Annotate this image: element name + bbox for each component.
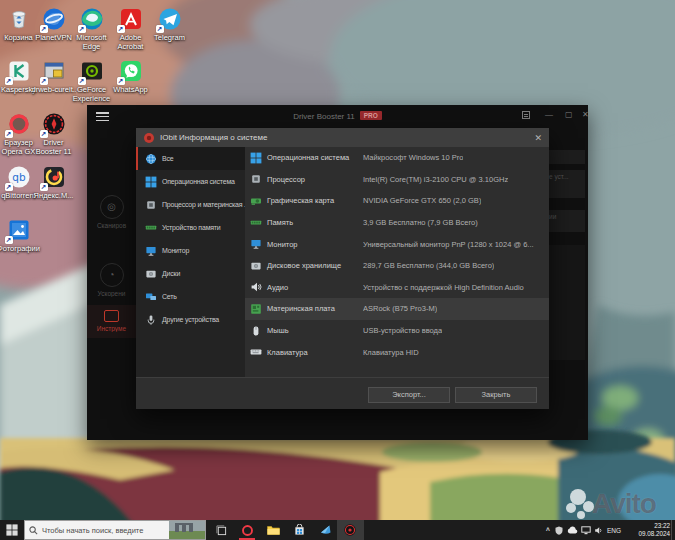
blue-app-icon xyxy=(319,524,332,536)
monitor-icon xyxy=(250,238,262,250)
shortcut-arrow-icon: ↗ xyxy=(40,183,48,191)
ram-icon xyxy=(145,222,157,234)
yandex-music-icon: ↗ xyxy=(41,164,67,190)
tray-date: 09.08.2024 xyxy=(626,530,670,538)
info-row-memory[interactable]: Память 3,9 GB Бесплатно (7,9 GB Всего) xyxy=(245,212,549,234)
dialog-titlebar[interactable]: IObit Информация о системе ✕ xyxy=(136,128,549,147)
dialog-close-icon[interactable]: ✕ xyxy=(534,133,542,143)
sidebar-item-disks[interactable]: Диски xyxy=(136,262,245,285)
acrobat-icon: ↗ xyxy=(118,6,144,32)
info-row-cpu[interactable]: Процессор Intel(R) Core(TM) i3-2100 CPU … xyxy=(245,169,549,191)
shield-icon xyxy=(555,526,563,535)
motherboard-icon xyxy=(250,303,262,315)
taskbar-opera-gx[interactable] xyxy=(236,520,258,540)
nav-tools[interactable]: Инструме xyxy=(87,305,136,338)
desktop-icon-edge[interactable]: ↗ Microsoft Edge xyxy=(73,6,110,51)
opera-gx-icon: ↗ xyxy=(6,111,32,137)
network-icon xyxy=(145,291,157,303)
nav-boost[interactable]: ◔ Ускорени xyxy=(87,263,136,297)
show-desktop-button[interactable] xyxy=(671,520,672,540)
window-titlebar[interactable]: Driver Booster 11PRO — ▢ ✕ xyxy=(87,105,588,128)
monitor-icon xyxy=(145,245,157,257)
drweb-icon: ↗ xyxy=(41,58,67,84)
taskbar-ms-store[interactable] xyxy=(288,520,310,540)
minimize-icon[interactable]: — xyxy=(545,110,553,120)
disk-icon xyxy=(145,268,157,280)
info-row-monitor[interactable]: Монитор Универсальный монитор PnP (1280 … xyxy=(245,233,549,255)
sidebar-item-cpu-motherboard[interactable]: Процессор и материнская ... xyxy=(136,193,245,216)
info-row-motherboard[interactable]: Материнская плата ASRock (B75 Pro3-M) xyxy=(245,298,549,320)
system-info-dialog: IObit Информация о системе ✕ Все Операци… xyxy=(136,128,549,409)
tray-clock[interactable]: 23:22 09.08.2024 xyxy=(626,522,670,538)
desktop-icon-drweb[interactable]: ↗ drweb-cureit... xyxy=(35,58,72,95)
shortcut-arrow-icon: ↗ xyxy=(40,77,48,85)
close-window-icon[interactable]: ✕ xyxy=(582,110,589,120)
info-row-storage[interactable]: Дисковое хранилище 289,7 GB Бесплатно (3… xyxy=(245,255,549,277)
mic-icon xyxy=(145,314,157,326)
start-button[interactable] xyxy=(3,520,21,540)
shortcut-arrow-icon: ↗ xyxy=(5,130,13,138)
desktop-icon-label: Telegram xyxy=(148,34,192,43)
background-panel: ии xyxy=(547,210,585,232)
desktop-icon-photos[interactable]: ↗ Фотографии xyxy=(0,217,37,254)
recycle-bin-icon xyxy=(6,6,32,32)
windows-icon xyxy=(250,152,262,164)
sidebar-item-other-devices[interactable]: Другие устройства xyxy=(136,308,245,331)
shortcut-arrow-icon: ↗ xyxy=(78,25,86,33)
window-menu-icon[interactable] xyxy=(522,111,530,119)
dialog-title: IObit Информация о системе xyxy=(160,133,267,142)
desktop-icon-yandex-music[interactable]: ↗ Яндекс.М... xyxy=(35,164,72,201)
sidebar-item-all[interactable]: Все xyxy=(136,147,245,170)
tray-weather-icon[interactable] xyxy=(565,520,579,540)
taskbar-blue-app[interactable] xyxy=(314,520,336,540)
task-view-button[interactable] xyxy=(211,520,231,540)
desktop-icon-label: Driver Booster 11 xyxy=(32,139,76,156)
shortcut-arrow-icon: ↗ xyxy=(78,77,86,85)
nav-scan[interactable]: ◎ Сканиров xyxy=(87,195,136,229)
taskbar-search[interactable]: Чтобы начать поиск, введите xyxy=(24,520,206,540)
export-button[interactable]: Экспорт... xyxy=(368,387,450,403)
taskbar-driver-booster-active[interactable] xyxy=(337,520,364,540)
sidebar-item-memory[interactable]: Устройство памяти xyxy=(136,216,245,239)
shortcut-arrow-icon: ↗ xyxy=(117,25,125,33)
desktop-icon-whatsapp[interactable]: ↗ WhatsApp xyxy=(112,58,149,95)
info-row-mouse[interactable]: Мышь USB-устройство ввода xyxy=(245,320,549,342)
keyboard-icon xyxy=(250,346,262,358)
desktop-icon-driver-booster[interactable]: ↗ Driver Booster 11 xyxy=(35,111,72,156)
tray-network-icon[interactable] xyxy=(579,520,593,540)
desktop-icon-label: GeForce Experience xyxy=(70,86,114,103)
desktop-icon-acrobat[interactable]: ↗ Adobe Acrobat xyxy=(112,6,149,51)
info-row-os[interactable]: Операционная система Майкрософт Windows … xyxy=(245,147,549,169)
desktop-icon-telegram[interactable]: ↗ Telegram xyxy=(151,6,188,43)
desktop-icon-geforce[interactable]: ↗ GeForce Experience xyxy=(73,58,110,103)
svg-text:qb: qb xyxy=(12,171,26,183)
task-view-icon xyxy=(216,525,227,536)
info-row-audio[interactable]: Аудио Устройство с поддержкой High Defin… xyxy=(245,277,549,299)
iobit-logo-icon xyxy=(143,132,155,144)
sidebar-item-monitor[interactable]: Монитор xyxy=(136,239,245,262)
geforce-icon: ↗ xyxy=(79,58,105,84)
sidebar-item-network[interactable]: Сеть xyxy=(136,285,245,308)
maximize-icon[interactable]: ▢ xyxy=(565,110,573,120)
globe-icon xyxy=(145,153,157,165)
driver-booster-icon xyxy=(343,523,357,537)
kaspersky-icon: ↗ xyxy=(6,58,32,84)
taskbar: Чтобы начать поиск, введите ^ xyxy=(0,520,675,540)
info-row-keyboard[interactable]: Клавиатура Клавиатура HID xyxy=(245,341,549,363)
disk-icon xyxy=(250,260,262,272)
network-monitor-icon xyxy=(581,526,591,535)
tray-security-icon[interactable] xyxy=(553,520,565,540)
taskbar-file-explorer[interactable] xyxy=(262,520,284,540)
desktop-icon-planetvpn[interactable]: ↗ PlanetVPN xyxy=(35,6,72,43)
info-row-gpu[interactable]: Графическая карта NVIDIA GeForce GTX 650… xyxy=(245,190,549,212)
sidebar-item-os[interactable]: Операционная система xyxy=(136,170,245,193)
cpu-icon xyxy=(145,199,157,211)
photos-icon: ↗ xyxy=(6,217,32,243)
cpu-icon xyxy=(250,173,262,185)
close-button[interactable]: Закрыть xyxy=(455,387,537,403)
search-highlight-image[interactable] xyxy=(169,521,205,539)
pro-badge: PRO xyxy=(360,111,382,120)
screen: Корзина ↗ PlanetVPN ↗ Microsoft Edge ↗ A… xyxy=(0,0,675,540)
driver-booster-icon: ↗ xyxy=(41,111,67,137)
tray-language[interactable]: ENG xyxy=(604,520,624,540)
